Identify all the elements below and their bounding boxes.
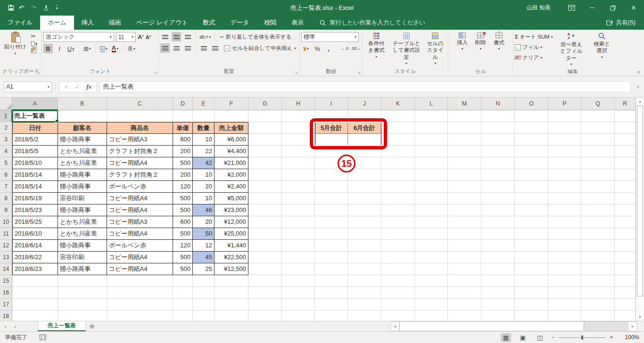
row-header-6[interactable]: 6 — [0, 169, 12, 181]
cell-D13[interactable]: 500 — [173, 252, 193, 263]
row-header-14[interactable]: 14 — [0, 263, 12, 275]
format-painter-button[interactable] — [30, 48, 39, 53]
accounting-format-button[interactable]: ¥▾ — [301, 44, 311, 53]
row-header-4[interactable]: 4 — [0, 146, 12, 157]
cell-F6[interactable]: ¥2,000 — [215, 169, 248, 181]
col-header-N[interactable]: N — [481, 98, 515, 110]
cell-E10[interactable]: 20 — [193, 216, 215, 228]
font-dialog-launcher[interactable]: ↘ — [153, 70, 157, 75]
cell-N14[interactable] — [481, 263, 515, 275]
cell-L5[interactable] — [415, 157, 448, 169]
cell-C17[interactable] — [107, 299, 173, 310]
cell-Q8[interactable] — [581, 193, 615, 204]
cell-M17[interactable] — [448, 299, 481, 310]
cell-Q6[interactable] — [581, 169, 615, 181]
cell-I10[interactable] — [315, 216, 348, 228]
cell-R13[interactable] — [615, 252, 636, 263]
cell-J6[interactable] — [348, 169, 381, 181]
cell-L2[interactable] — [415, 122, 448, 134]
cell-O16[interactable] — [515, 287, 548, 299]
cell-M12[interactable] — [448, 240, 481, 252]
cell-I8[interactable] — [315, 193, 348, 204]
cell-A2[interactable]: 日付 — [12, 122, 58, 134]
cell-C15[interactable] — [107, 275, 173, 287]
cell-A13[interactable]: 2018/6/22 — [12, 252, 58, 263]
cell-D11[interactable]: 500 — [173, 228, 193, 240]
cell-F5[interactable]: ¥21,000 — [215, 157, 248, 169]
cell-G12[interactable] — [248, 240, 282, 252]
cell-C11[interactable]: コピー用紙A4 — [107, 228, 173, 240]
cell-N4[interactable] — [481, 146, 515, 157]
cell-A10[interactable]: 2018/5/25 — [12, 216, 58, 228]
cell-P8[interactable] — [548, 193, 581, 204]
cell-D1[interactable] — [173, 110, 193, 122]
cell-L13[interactable] — [415, 252, 448, 263]
cell-P13[interactable] — [548, 252, 581, 263]
cell-M15[interactable] — [448, 275, 481, 287]
cell-K15[interactable] — [381, 275, 415, 287]
cell-I16[interactable] — [315, 287, 348, 299]
cell-A12[interactable]: 2018/6/14 — [12, 240, 58, 252]
cell-B7[interactable]: 狸小路商事 — [58, 181, 107, 193]
cell-A6[interactable]: 2018/5/14 — [12, 169, 58, 181]
cell-R10[interactable] — [615, 216, 636, 228]
cell-J8[interactable] — [348, 193, 381, 204]
cell-Q15[interactable] — [581, 275, 615, 287]
cell-K16[interactable] — [381, 287, 415, 299]
cell-L1[interactable] — [415, 110, 448, 122]
cell-O2[interactable] — [515, 122, 548, 134]
cell-G13[interactable] — [248, 252, 282, 263]
horizontal-scroll-thumb[interactable] — [399, 322, 584, 331]
cell-O6[interactable] — [515, 169, 548, 181]
cell-J9[interactable] — [348, 204, 381, 216]
cell-R12[interactable] — [615, 240, 636, 252]
cell-G9[interactable] — [248, 204, 282, 216]
cell-L14[interactable] — [415, 263, 448, 275]
cell-H13[interactable] — [282, 252, 315, 263]
tab-scrollbar-divider[interactable]: ⁞ — [385, 321, 390, 331]
cell-L15[interactable] — [415, 275, 448, 287]
customize-qat-button[interactable]: ▾ — [55, 4, 59, 11]
cell-G15[interactable] — [248, 275, 282, 287]
tab-ホーム[interactable]: ホーム — [40, 16, 74, 30]
paste-button[interactable]: 貼り付け ▾ — [1, 31, 29, 69]
cell-F4[interactable]: ¥4,400 — [215, 146, 248, 157]
scroll-up-icon[interactable]: ▴ — [636, 98, 644, 106]
cell-K17[interactable] — [381, 299, 415, 310]
cell-Q9[interactable] — [581, 204, 615, 216]
cell-B12[interactable]: 狸小路商事 — [58, 240, 107, 252]
cell-C4[interactable]: クラフト封筒角２ — [107, 146, 173, 157]
wrap-text-button[interactable]: ↩ 折り返して全体を表示する — [218, 33, 294, 41]
cell-O10[interactable] — [515, 216, 548, 228]
row-header-16[interactable]: 16 — [0, 287, 12, 299]
cell-N1[interactable] — [481, 110, 515, 122]
autosum-button[interactable]: Σ オート SUM ▾ — [515, 32, 553, 41]
cell-M14[interactable] — [448, 263, 481, 275]
row-header-2[interactable]: 2 — [0, 122, 12, 134]
orientation-button[interactable]: ab↗▾ — [199, 32, 211, 41]
cell-B16[interactable] — [58, 287, 107, 299]
cell-K14[interactable] — [381, 263, 415, 275]
macro-record-icon[interactable] — [40, 335, 46, 340]
vertical-scrollbar[interactable]: ▴ ▾ — [636, 98, 644, 321]
cell-B14[interactable]: 狸小路商事 — [58, 263, 107, 275]
cell-J17[interactable] — [348, 299, 381, 310]
share-button[interactable]: 共有(S) — [598, 16, 644, 30]
cell-H6[interactable] — [282, 169, 315, 181]
save-button[interactable] — [7, 4, 16, 12]
cell-O11[interactable] — [515, 228, 548, 240]
cell-M1[interactable] — [448, 110, 481, 122]
cell-D16[interactable] — [173, 287, 193, 299]
cell-O1[interactable] — [515, 110, 548, 122]
col-header-K[interactable]: K — [381, 98, 415, 110]
cell-E1[interactable] — [193, 110, 215, 122]
cell-N15[interactable] — [481, 275, 515, 287]
view-page-layout-button[interactable]: ▣ — [518, 333, 528, 342]
cell-R17[interactable] — [615, 299, 636, 310]
cell-N17[interactable] — [481, 299, 515, 310]
cancel-button[interactable]: × — [65, 83, 68, 90]
cell-P4[interactable] — [548, 146, 581, 157]
restore-button[interactable] — [603, 0, 623, 16]
col-header-G[interactable]: G — [248, 98, 282, 110]
cell-A5[interactable]: 2018/5/10 — [12, 157, 58, 169]
